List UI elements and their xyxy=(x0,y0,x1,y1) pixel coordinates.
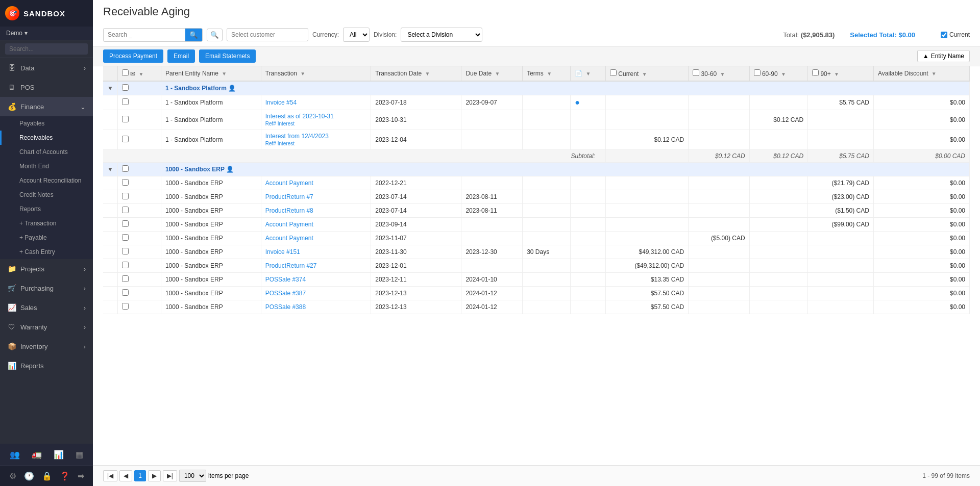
clock-icon[interactable]: 🕐 xyxy=(24,471,34,481)
currency-select[interactable]: All xyxy=(343,28,370,42)
logout-icon[interactable]: ➡ xyxy=(78,471,84,481)
6090-col-checkbox[interactable] xyxy=(754,69,761,76)
last-page-button[interactable]: ▶| xyxy=(163,470,177,481)
current-col-checkbox[interactable] xyxy=(610,69,617,76)
filter-doc[interactable]: ▼ xyxy=(585,71,591,76)
sidebar-item-cash-entry[interactable]: + Cash Entry xyxy=(0,245,93,259)
help-icon[interactable]: ❓ xyxy=(60,471,70,481)
finance-icon: 💰 xyxy=(7,102,16,111)
filter-current[interactable]: ▼ xyxy=(642,71,647,77)
row-checkbox[interactable] xyxy=(122,262,129,268)
filter-icon-entity[interactable]: ▼ xyxy=(139,71,144,77)
demo-user[interactable]: Demo ▾ xyxy=(0,27,93,40)
transaction-link[interactable]: ProductReturn #27 xyxy=(265,262,317,269)
row-checkbox[interactable] xyxy=(122,303,129,310)
first-page-button[interactable]: |◀ xyxy=(103,470,117,481)
prev-page-button[interactable]: ◀ xyxy=(119,470,132,481)
3060-col-checkbox[interactable] xyxy=(693,69,699,76)
current-checkbox[interactable] xyxy=(941,32,947,38)
row-checkbox[interactable] xyxy=(122,234,129,241)
division-select[interactable]: Select a Division xyxy=(401,28,482,42)
search-input[interactable] xyxy=(104,29,185,41)
transaction-link[interactable]: POSSale #388 xyxy=(265,303,306,311)
entity-name-button[interactable]: ▲ Entity Name xyxy=(917,50,970,62)
group1-link[interactable]: 1 - Sandbox Platform xyxy=(165,85,227,92)
transaction-link[interactable]: Invoice #54 xyxy=(265,99,297,106)
filter-6090[interactable]: ▼ xyxy=(781,71,786,77)
filter-90plus[interactable]: ▼ xyxy=(834,71,839,77)
selected-total-label: Selected Total: $0.00 xyxy=(850,31,915,39)
sidebar-item-data[interactable]: 🗄 Data › xyxy=(0,58,93,78)
transaction-link[interactable]: POSSale #387 xyxy=(265,290,306,297)
sidebar-item-credit-notes[interactable]: Credit Notes xyxy=(0,188,93,202)
transaction-link[interactable]: Account Payment xyxy=(265,221,313,228)
filter-3060[interactable]: ▼ xyxy=(720,71,725,77)
email-statements-button[interactable]: Email Statemets xyxy=(199,49,256,63)
sidebar-item-chart-of-accounts[interactable]: Chart of Accounts xyxy=(0,145,93,159)
lock-icon[interactable]: 🔒 xyxy=(42,471,52,481)
email-button[interactable]: Email xyxy=(167,49,195,63)
grid-icon[interactable]: ▦ xyxy=(74,448,85,462)
row-checkbox[interactable] xyxy=(122,193,129,199)
search-icon-button[interactable]: 🔍 xyxy=(207,29,223,41)
next-page-button[interactable]: ▶ xyxy=(148,470,161,481)
settings-icon[interactable]: ⚙ xyxy=(9,471,16,481)
expand-group2[interactable]: ▼ xyxy=(103,163,117,176)
filter-parent-entity[interactable]: ▼ xyxy=(222,71,227,76)
totals-area: Total: ($2,905.83) Selected Total: $0.00… xyxy=(783,31,970,39)
row-checkbox[interactable] xyxy=(122,207,129,213)
filter-terms[interactable]: ▼ xyxy=(547,71,552,76)
transaction-link[interactable]: Account Payment xyxy=(265,235,313,242)
90plus-col-checkbox[interactable] xyxy=(812,69,819,76)
entity-name: 1 - Sandbox Platform xyxy=(161,130,261,150)
process-payment-button[interactable]: Process Payment xyxy=(103,49,163,63)
chevron-right-icon-inventory: › xyxy=(84,343,86,350)
sidebar-item-reports[interactable]: 📊 Reports xyxy=(0,356,93,375)
transaction-link[interactable]: ProductReturn #8 xyxy=(265,207,313,214)
filter-due-date[interactable]: ▼ xyxy=(495,71,500,76)
transaction-link[interactable]: Account Payment xyxy=(265,180,313,187)
sidebar-item-purchasing[interactable]: 🛒 Purchasing › xyxy=(0,278,93,298)
sidebar-search-input[interactable] xyxy=(5,43,88,55)
row-checkbox[interactable] xyxy=(122,179,129,186)
table-row: 1000 - Sandbox ERP Account Payment 2023-… xyxy=(103,218,970,232)
page-size-select[interactable]: 100 50 25 xyxy=(179,470,206,482)
sidebar-item-finance[interactable]: 💰 Finance ⌄ xyxy=(0,97,93,116)
transaction-link[interactable]: Interest as of 2023-10-31Ref# Interest xyxy=(265,113,334,127)
search-button[interactable]: 🔍 xyxy=(185,29,202,41)
expand-group1[interactable]: ▼ xyxy=(103,81,117,95)
transaction-link[interactable]: Invoice #151 xyxy=(265,248,300,255)
sidebar-item-month-end[interactable]: Month End xyxy=(0,159,93,173)
col-checkbox: ✉ ▼ xyxy=(117,66,161,81)
sidebar-item-pos[interactable]: 🖥 POS xyxy=(0,78,93,97)
sidebar-item-inventory[interactable]: 📦 Inventory › xyxy=(0,337,93,356)
row-checkbox[interactable] xyxy=(122,289,129,296)
row-checkbox[interactable] xyxy=(122,248,129,254)
transaction-link[interactable]: Interest from 12/4/2023Ref# Interest xyxy=(265,133,329,147)
sidebar-item-warranty[interactable]: 🛡 Warranty › xyxy=(0,317,93,337)
sidebar-item-account-reconciliation[interactable]: Account Reconciliation xyxy=(0,173,93,188)
filter-trans-date[interactable]: ▼ xyxy=(425,71,430,76)
page-1-button[interactable]: 1 xyxy=(134,470,146,481)
sidebar-item-projects[interactable]: 📁 Projects › xyxy=(0,259,93,278)
sidebar-item-sales[interactable]: 📈 Sales › xyxy=(0,298,93,317)
row-checkbox[interactable] xyxy=(122,220,129,227)
sidebar-item-transaction[interactable]: + Transaction xyxy=(0,216,93,231)
group2-link[interactable]: 1000 - Sandbox ERP xyxy=(165,166,225,173)
filter-transaction[interactable]: ▼ xyxy=(300,71,305,76)
row-checkbox[interactable] xyxy=(122,275,129,282)
transaction-link[interactable]: ProductReturn #7 xyxy=(265,193,313,200)
sidebar-item-payables[interactable]: Payables xyxy=(0,116,93,131)
sidebar-item-receivables[interactable]: Receivables xyxy=(0,131,93,145)
sidebar-item-payable[interactable]: + Payable xyxy=(0,231,93,245)
sidebar-item-reports[interactable]: Reports xyxy=(0,202,93,216)
table-row: 1000 - Sandbox ERP Account Payment 2022-… xyxy=(103,176,970,190)
people-icon[interactable]: 👥 xyxy=(8,448,22,462)
transaction-link[interactable]: POSSale #374 xyxy=(265,276,306,283)
chart-bar-icon[interactable]: 📊 xyxy=(52,448,66,462)
col-3060: 30-60 ▼ xyxy=(689,66,749,81)
filter-discount[interactable]: ▼ xyxy=(932,71,937,76)
truck-icon[interactable]: 🚛 xyxy=(30,448,44,462)
customer-select-input[interactable] xyxy=(227,28,308,41)
select-all-checkbox[interactable] xyxy=(122,69,129,76)
